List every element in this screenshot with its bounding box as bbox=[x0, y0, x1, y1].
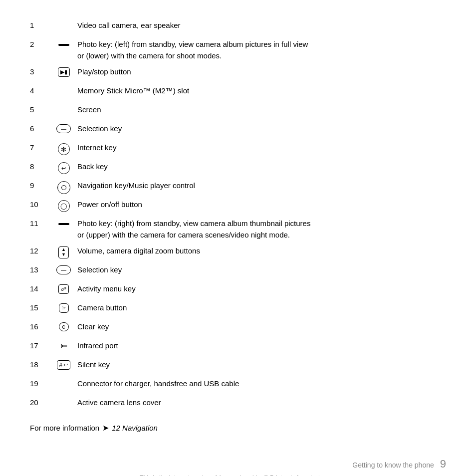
item-text: Video call camera, ear speaker bbox=[77, 20, 446, 31]
item-number: 20 bbox=[30, 397, 50, 407]
arrow-icon: ➤ bbox=[102, 423, 109, 433]
item-text: Activity menu key bbox=[77, 283, 446, 295]
volume-icon: ▲ ▼ bbox=[50, 245, 77, 258]
back-key-icon: ↩ bbox=[50, 161, 77, 174]
item-text: Internet key bbox=[77, 142, 446, 154]
list-item: 10 ◯ Power on/off button bbox=[30, 199, 446, 213]
item-number: 14 bbox=[30, 283, 50, 293]
item-icon bbox=[50, 378, 77, 379]
content-area: 1 Video call camera, ear speaker 2 Photo… bbox=[30, 20, 446, 476]
list-item: 6 — Selection key bbox=[30, 123, 446, 137]
item-text: Clear key bbox=[77, 321, 446, 333]
item-number: 17 bbox=[30, 340, 50, 350]
list-item: 15 ☞ Camera button bbox=[30, 302, 446, 316]
power-button-icon: ◯ bbox=[50, 199, 77, 212]
item-icon bbox=[50, 85, 77, 86]
infrared-port-icon: ⤚ bbox=[50, 340, 77, 351]
play-stop-icon: ▶▮ bbox=[50, 66, 77, 77]
item-number: 13 bbox=[30, 264, 50, 274]
item-number: 12 bbox=[30, 245, 50, 255]
item-text: Volume, camera digital zoom buttons bbox=[77, 245, 446, 257]
item-number: 7 bbox=[30, 142, 50, 152]
selection-key-icon: — bbox=[50, 123, 77, 133]
list-item: 14 ☍ Activity menu key bbox=[30, 283, 446, 297]
item-text: Infrared port bbox=[77, 340, 446, 352]
list-item: 1 Video call camera, ear speaker bbox=[30, 20, 446, 34]
camera-button-icon: ☞ bbox=[50, 302, 77, 313]
item-number: 16 bbox=[30, 321, 50, 331]
internet-key-icon: ✻ bbox=[50, 142, 77, 155]
item-text: Back key bbox=[77, 161, 446, 173]
page-footer-right: Getting to know the phone 9 bbox=[352, 458, 446, 471]
dash-icon-2 bbox=[50, 218, 77, 225]
item-text: Play/stop button bbox=[77, 66, 446, 78]
item-text: Selection key bbox=[77, 123, 446, 135]
list-item: 8 ↩ Back key bbox=[30, 161, 446, 175]
item-text: Active camera lens cover bbox=[77, 397, 446, 409]
list-item: 7 ✻ Internet key bbox=[30, 142, 446, 156]
selection-key-icon-2: — bbox=[50, 264, 77, 274]
list-item: 12 ▲ ▼ Volume, camera digital zoom butto… bbox=[30, 245, 446, 259]
clear-key-icon: c bbox=[50, 321, 77, 331]
item-text: Photo key: (right) from standby, view ca… bbox=[77, 218, 446, 240]
item-icon bbox=[50, 397, 77, 398]
item-number: 6 bbox=[30, 123, 50, 133]
list-item: 11 Photo key: (right) from standby, view… bbox=[30, 218, 446, 240]
list-item: 19 Connector for charger, handsfree and … bbox=[30, 378, 446, 392]
item-number: 11 bbox=[30, 218, 50, 228]
navigation-key-icon bbox=[50, 180, 77, 194]
item-text: Camera button bbox=[77, 302, 446, 314]
list-item: 3 ▶▮ Play/stop button bbox=[30, 66, 446, 80]
item-text: Connector for charger, handsfree and USB… bbox=[77, 378, 446, 390]
item-number: 2 bbox=[30, 39, 50, 48]
list-item: 4 Memory Stick Micro™ (M2™) slot bbox=[30, 85, 446, 99]
list-item: 5 Screen bbox=[30, 104, 446, 118]
list-item: 18 # ↩ Silent key bbox=[30, 359, 446, 373]
item-icon bbox=[50, 20, 77, 21]
item-number: 8 bbox=[30, 161, 50, 171]
nav-link[interactable]: 12 Navigation bbox=[112, 424, 158, 432]
item-text: Selection key bbox=[77, 264, 446, 276]
list-item: 20 Active camera lens cover bbox=[30, 397, 446, 411]
more-info-prefix: For more information bbox=[30, 424, 99, 432]
item-number: 19 bbox=[30, 378, 50, 388]
more-info-line: For more information ➤ 12 Navigation bbox=[30, 423, 446, 433]
item-number: 15 bbox=[30, 302, 50, 312]
item-text: Silent key bbox=[77, 359, 446, 371]
item-number: 9 bbox=[30, 180, 50, 190]
page-footer: Getting to know the phone 9 bbox=[30, 458, 446, 471]
section-title: Getting to know the phone bbox=[352, 461, 434, 469]
page-number: 9 bbox=[440, 458, 446, 471]
list-item: 17 ⤚ Infrared port bbox=[30, 340, 446, 354]
list-item: 9 Navigation key/Music player control bbox=[30, 180, 446, 194]
item-icon bbox=[50, 104, 77, 105]
dash-icon bbox=[50, 39, 77, 46]
list-item: 2 Photo key: (left) from standby, view c… bbox=[30, 39, 446, 61]
activity-menu-icon: ☍ bbox=[50, 283, 77, 294]
item-number: 5 bbox=[30, 104, 50, 114]
item-number: 18 bbox=[30, 359, 50, 369]
list-item: 16 c Clear key bbox=[30, 321, 446, 335]
item-text: Navigation key/Music player control bbox=[77, 180, 446, 192]
silent-key-icon: # ↩ bbox=[50, 359, 77, 370]
item-number: 3 bbox=[30, 66, 50, 76]
item-number: 1 bbox=[30, 20, 50, 29]
item-text: Screen bbox=[77, 104, 446, 116]
item-number: 10 bbox=[30, 199, 50, 209]
item-text: Memory Stick Micro™ (M2™) slot bbox=[77, 85, 446, 97]
item-number: 4 bbox=[30, 85, 50, 95]
item-text: Photo key: (left) from standby, view cam… bbox=[77, 39, 446, 61]
list-item: 13 — Selection key bbox=[30, 264, 446, 278]
item-text: Power on/off button bbox=[77, 199, 446, 211]
